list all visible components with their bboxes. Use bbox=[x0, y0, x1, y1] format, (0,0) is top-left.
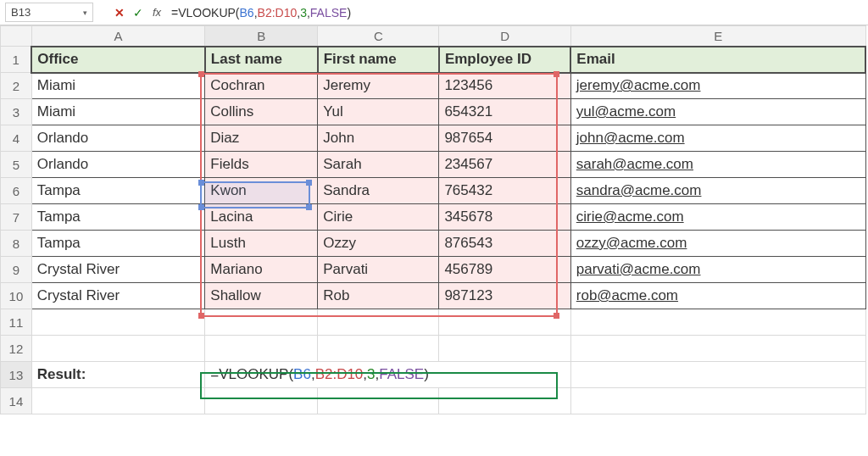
row-header[interactable]: 10 bbox=[1, 283, 32, 309]
cell[interactable] bbox=[318, 336, 439, 362]
cell[interactable]: Ozzy bbox=[318, 231, 439, 257]
cell[interactable]: Crystal River bbox=[31, 257, 205, 283]
row-header[interactable]: 12 bbox=[1, 336, 32, 362]
row-header[interactable]: 6 bbox=[1, 178, 32, 204]
cell[interactable]: Miami bbox=[31, 73, 205, 99]
col-header-D[interactable]: D bbox=[439, 26, 570, 47]
result-label[interactable]: Result: bbox=[31, 362, 205, 388]
cell[interactable]: 234567 bbox=[439, 152, 570, 178]
cell[interactable]: Tampa bbox=[31, 178, 205, 204]
cell[interactable]: Parvati bbox=[318, 257, 439, 283]
cell-formula-text: =VLOOKUP(B6,B2:D10,3,FALSE) bbox=[210, 366, 429, 382]
header-lastname[interactable]: Last name bbox=[205, 47, 318, 73]
cell[interactable] bbox=[318, 388, 439, 414]
cell[interactable] bbox=[570, 388, 865, 414]
cell[interactable] bbox=[439, 336, 570, 362]
cell[interactable]: 765432 bbox=[439, 178, 570, 204]
email-link[interactable]: rob@acme.com bbox=[570, 283, 865, 309]
row-header[interactable]: 1 bbox=[1, 47, 32, 73]
row-header[interactable]: 4 bbox=[1, 125, 32, 152]
chevron-down-icon[interactable]: ▾ bbox=[83, 8, 87, 17]
cell[interactable] bbox=[439, 388, 570, 414]
cell[interactable]: 876543 bbox=[439, 231, 570, 257]
formula-input[interactable]: =VLOOKUP(B6,B2:D10,3,FALSE) bbox=[166, 6, 868, 19]
cell[interactable]: Crystal River bbox=[31, 283, 205, 309]
name-box[interactable]: B13 ▾ bbox=[5, 3, 93, 22]
email-link[interactable]: ozzy@acme.com bbox=[570, 231, 865, 257]
email-link[interactable]: jeremy@acme.com bbox=[570, 73, 865, 99]
header-employeeid[interactable]: Employee ID bbox=[439, 47, 570, 73]
row-header[interactable]: 11 bbox=[1, 309, 32, 336]
enter-icon[interactable]: ✓ bbox=[129, 6, 147, 19]
cell[interactable]: 654321 bbox=[439, 99, 570, 125]
cell[interactable]: 345678 bbox=[439, 204, 570, 231]
cell[interactable]: Orlando bbox=[31, 152, 205, 178]
cell[interactable] bbox=[439, 309, 570, 336]
cell[interactable] bbox=[205, 336, 318, 362]
email-link[interactable]: john@acme.com bbox=[570, 125, 865, 152]
row-header[interactable]: 9 bbox=[1, 257, 32, 283]
cell[interactable]: 987123 bbox=[439, 283, 570, 309]
cell[interactable] bbox=[570, 309, 865, 336]
email-link[interactable]: sandra@acme.com bbox=[570, 178, 865, 204]
cell[interactable]: 123456 bbox=[439, 73, 570, 99]
cell[interactable] bbox=[570, 362, 865, 388]
name-box-value: B13 bbox=[11, 6, 31, 19]
cell[interactable]: Orlando bbox=[31, 125, 205, 152]
cell[interactable]: Tampa bbox=[31, 231, 205, 257]
cell[interactable] bbox=[318, 309, 439, 336]
row-header[interactable]: 8 bbox=[1, 231, 32, 257]
row-header[interactable]: 3 bbox=[1, 99, 32, 125]
cell[interactable]: Fields bbox=[205, 152, 318, 178]
cell[interactable]: John bbox=[318, 125, 439, 152]
col-header-A[interactable]: A bbox=[31, 26, 205, 47]
header-email[interactable]: Email bbox=[570, 47, 865, 73]
formula-bar: B13 ▾ ✕ ✓ fx =VLOOKUP(B6,B2:D10,3,FALSE) bbox=[0, 0, 868, 25]
cell[interactable]: Sandra bbox=[318, 178, 439, 204]
cell[interactable] bbox=[31, 309, 205, 336]
cell[interactable]: Sarah bbox=[318, 152, 439, 178]
cell[interactable]: Lusth bbox=[205, 231, 318, 257]
row-header[interactable]: 13 bbox=[1, 362, 32, 388]
cell[interactable] bbox=[205, 309, 318, 336]
cell[interactable]: Collins bbox=[205, 99, 318, 125]
cell[interactable]: Kwon bbox=[205, 178, 318, 204]
formula-text: =VLOOKUP(B6,B2:D10,3,FALSE) bbox=[171, 6, 351, 19]
cell[interactable] bbox=[31, 388, 205, 414]
email-link[interactable]: cirie@acme.com bbox=[570, 204, 865, 231]
row-header[interactable]: 5 bbox=[1, 152, 32, 178]
cell[interactable]: Miami bbox=[31, 99, 205, 125]
cell[interactable]: Cirie bbox=[318, 204, 439, 231]
email-link[interactable]: sarah@acme.com bbox=[570, 152, 865, 178]
cell[interactable] bbox=[570, 336, 865, 362]
fx-icon[interactable]: fx bbox=[147, 6, 166, 19]
cell[interactable] bbox=[205, 388, 318, 414]
cell[interactable] bbox=[31, 336, 205, 362]
col-header-E[interactable]: E bbox=[570, 26, 865, 47]
row-header[interactable]: 14 bbox=[1, 388, 32, 414]
cancel-icon[interactable]: ✕ bbox=[110, 6, 129, 19]
cell[interactable]: 987654 bbox=[439, 125, 570, 152]
col-header-C[interactable]: C bbox=[318, 26, 439, 47]
cell[interactable]: Lacina bbox=[205, 204, 318, 231]
row-header[interactable]: 2 bbox=[1, 73, 32, 99]
email-link[interactable]: parvati@acme.com bbox=[570, 257, 865, 283]
cell[interactable]: Cochran bbox=[205, 73, 318, 99]
active-cell[interactable]: =VLOOKUP(B6,B2:D10,3,FALSE) bbox=[205, 362, 571, 388]
email-link[interactable]: yul@acme.com bbox=[570, 99, 865, 125]
select-all-corner[interactable] bbox=[1, 26, 32, 47]
col-header-B[interactable]: B bbox=[205, 26, 318, 47]
row-header[interactable]: 7 bbox=[1, 204, 32, 231]
header-office[interactable]: Office bbox=[31, 47, 205, 73]
cell[interactable]: Diaz bbox=[205, 125, 318, 152]
cell[interactable]: Mariano bbox=[205, 257, 318, 283]
cell[interactable]: Yul bbox=[318, 99, 439, 125]
cell[interactable]: Tampa bbox=[31, 204, 205, 231]
spreadsheet-grid[interactable]: A B C D E 1 Office Last name First name … bbox=[0, 25, 868, 414]
cell[interactable]: Shallow bbox=[205, 283, 318, 309]
cell[interactable]: 456789 bbox=[439, 257, 570, 283]
cell[interactable]: Jeremy bbox=[318, 73, 439, 99]
cell[interactable]: Rob bbox=[318, 283, 439, 309]
header-firstname[interactable]: First name bbox=[318, 47, 439, 73]
